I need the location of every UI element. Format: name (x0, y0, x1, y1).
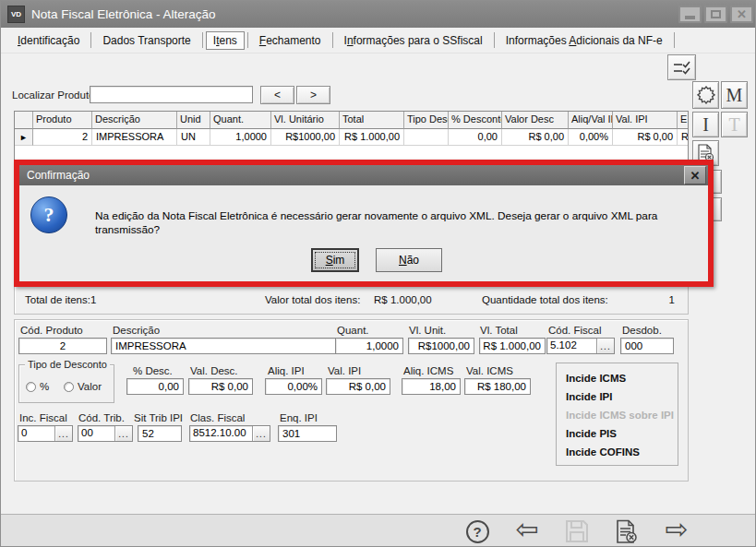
cod-fiscal-lookup-button[interactable]: ... (596, 339, 614, 353)
aliq-icms-field[interactable]: 18,00 (402, 378, 461, 395)
cell-quant: 1,0000 (210, 129, 271, 146)
col-quant: Quant. (210, 112, 271, 129)
total-items-label: Total de itens: (25, 286, 90, 314)
cell-vl-unitario: R$1000,00 (271, 129, 340, 146)
cod-produto-field[interactable]: 2 (18, 338, 107, 354)
total-value-value: R$ 1.000,00 (374, 286, 432, 314)
cod-trib-combo[interactable]: 00 ... (78, 425, 133, 442)
app-icon: VD (7, 6, 25, 23)
i-button[interactable]: I (692, 112, 719, 137)
close-icon: ✕ (737, 8, 747, 20)
enq-ipi-field[interactable]: 301 (278, 425, 337, 442)
minimize-button[interactable] (678, 6, 702, 23)
incide-ipi: Incide IPI (566, 387, 678, 406)
checklist-icon (673, 61, 690, 75)
col-produto: Produto (33, 112, 92, 129)
radio-valor-label: Valor (78, 381, 102, 392)
tab-separator (247, 32, 248, 48)
cell-pct-desconto: 0,00 (449, 129, 502, 146)
cell-total: R$ 1.000,00 (340, 129, 404, 146)
cell-descricao: IMPRESSORA (92, 129, 177, 146)
clas-fiscal-combo[interactable]: 8512.10.00 ... (189, 425, 270, 442)
back-arrow-icon: ⇦ (515, 516, 538, 543)
tab-identificacao[interactable]: Identificação (9, 31, 88, 50)
val-desc-label: Val. Desc. (190, 365, 238, 376)
val-desc-field[interactable]: R$ 0,00 (188, 378, 253, 395)
save-icon (565, 519, 589, 543)
radio-valor-circle (64, 382, 74, 392)
back-button[interactable]: ⇦ (512, 517, 542, 545)
cod-fiscal-value: 5.102 (547, 339, 596, 353)
totals-bar: Total de itens: 1 Valor total dos itens:… (14, 285, 689, 315)
cell-produto: 2 (33, 129, 92, 146)
close-button[interactable]: ✕ (730, 6, 753, 23)
aliq-ipi-field[interactable]: 0,00% (265, 378, 322, 395)
col-selector (15, 112, 33, 129)
search-input[interactable] (90, 86, 253, 103)
cod-trib-lookup-button[interactable]: ... (114, 426, 132, 441)
dialog-close-button[interactable]: ✕ (684, 166, 706, 184)
save-button[interactable] (562, 517, 592, 545)
seal-button[interactable] (692, 81, 719, 109)
m-label: M (726, 85, 743, 106)
help-icon: ? (466, 520, 489, 543)
m-button[interactable]: M (721, 81, 748, 109)
table-header-row: Produto Descrição Unid Quant. Vl. Unitár… (15, 112, 688, 129)
col-total: Total (340, 112, 404, 129)
total-qty-value: 1 (669, 286, 675, 314)
search-label: Localizar Produto (12, 89, 95, 101)
clas-fiscal-value: 8512.10.00 (190, 426, 252, 441)
question-icon: ? (30, 196, 67, 233)
tab-fechamento[interactable]: Fechamento (251, 31, 330, 50)
cancel-button[interactable] (612, 517, 642, 545)
quant-field[interactable]: 1,0000 (335, 338, 403, 354)
col-vl-unitario: Vl. Unitário (271, 112, 340, 129)
forward-button[interactable]: ⇨ (662, 517, 691, 545)
radio-valor[interactable]: Valor (64, 381, 102, 392)
maximize-button[interactable] (704, 6, 727, 23)
no-button[interactable]: Não (376, 248, 442, 272)
sit-trib-ipi-field[interactable]: 52 (138, 425, 182, 442)
help-button[interactable]: ? (462, 517, 492, 545)
tab-informacoes-adicionais[interactable]: Informações Adicionais da NF-e (498, 31, 671, 50)
forward-arrow-icon: ⇨ (665, 516, 688, 543)
val-ipi-field[interactable]: R$ 0,00 (326, 378, 390, 395)
bottom-toolbar: ? ⇦ ⇨ (1, 514, 756, 547)
clas-fiscal-lookup-button[interactable]: ... (252, 426, 270, 441)
seal-icon (697, 86, 715, 104)
tab-informacoes-ssfiscal[interactable]: Informações para o SSfiscal (336, 31, 491, 50)
vl-total-field[interactable]: R$ 1.000,00 (479, 338, 546, 354)
vl-unit-field[interactable]: R$1000,00 (408, 338, 474, 354)
cell-tipo-desc (404, 129, 449, 146)
vl-unit-label: Vl. Unit. (409, 325, 446, 336)
cod-fiscal-combo[interactable]: 5.102 ... (546, 338, 615, 354)
table-row[interactable]: ► 2 IMPRESSORA UN 1,0000 R$1000,00 R$ 1.… (15, 129, 688, 146)
pct-desc-field[interactable]: 0,00 (126, 378, 184, 395)
radio-percent[interactable]: % (26, 381, 49, 392)
cod-trib-label: Cód. Trib. (78, 412, 125, 423)
vl-total-label: Vl. Total (480, 325, 518, 336)
col-tipo-desc: Tipo Desc. (404, 112, 449, 129)
tab-itens[interactable]: Itens (206, 31, 245, 50)
next-item-button[interactable]: > (296, 86, 330, 104)
descricao-field[interactable]: IMPRESSORA (111, 338, 338, 354)
tipo-desconto-group: Tipo de Desconto % Valor (18, 364, 114, 403)
clas-fiscal-label: Clas. Fiscal (190, 412, 245, 423)
checklist-button[interactable] (667, 54, 696, 80)
t-button[interactable]: T (721, 112, 748, 137)
val-icms-field[interactable]: R$ 180,00 (464, 378, 531, 395)
incide-icms: Incide ICMS (566, 369, 678, 387)
tab-dados-transporte[interactable]: Dados Transporte (94, 31, 198, 50)
prev-item-button[interactable]: < (260, 86, 294, 104)
aliq-ipi-label: Aliq. IPI (268, 365, 305, 376)
yes-button[interactable]: Sim (311, 248, 359, 272)
title-bar: VD Nota Fiscal Eletrônica - Alteração ✕ (1, 1, 756, 28)
item-detail-panel: Cód. Produto 2 Descrição IMPRESSORA Quan… (14, 319, 689, 482)
inc-fiscal-combo[interactable]: 0 ... (18, 425, 73, 442)
desdob-field[interactable]: 000 (620, 338, 674, 354)
enq-ipi-label: Enq. IPI (280, 412, 318, 423)
inc-fiscal-lookup-button[interactable]: ... (54, 426, 72, 441)
col-unid: Unid (177, 112, 210, 129)
radio-percent-label: % (40, 381, 49, 392)
cell-unid: UN (177, 129, 210, 146)
